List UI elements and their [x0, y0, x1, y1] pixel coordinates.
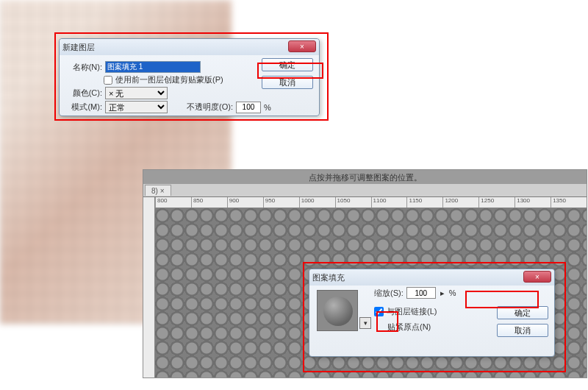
- name-label: 名称(N):: [65, 62, 102, 73]
- chevron-down-icon: ▾: [364, 319, 368, 327]
- close-icon: ×: [300, 43, 304, 51]
- opacity-label: 不透明度(O):: [187, 102, 233, 113]
- scale-label: 缩放(S):: [374, 288, 404, 299]
- ok-label: 确定: [279, 60, 295, 71]
- ruler-mark: 1250: [478, 197, 514, 208]
- ruler-horizontal: 800 850 900 950 1000 1050 1100 1150 1200…: [155, 197, 587, 208]
- snap-origin-label: 贴紧原点(N): [387, 322, 431, 333]
- scale-input[interactable]: [406, 287, 436, 299]
- scale-unit: %: [449, 288, 456, 297]
- mode-select[interactable]: 正常: [105, 101, 168, 113]
- ruler-mark: 800: [155, 197, 191, 208]
- document-tab[interactable]: 8) ×: [145, 185, 171, 196]
- opacity-input[interactable]: [236, 102, 261, 113]
- dialog-title: 图案填充: [312, 272, 345, 283]
- document-tabbar: 8) ×: [143, 184, 587, 197]
- mode-label: 模式(M):: [65, 102, 102, 113]
- ruler-mark: 1200: [442, 197, 478, 208]
- ok-button[interactable]: 确定: [262, 58, 313, 71]
- pattern-fill-dialog: 图案填充 × ▾ 缩放(S): ▸ % 与图层链接(L) 贴紧原点(N): [309, 269, 555, 357]
- link-checkbox[interactable]: [374, 307, 384, 316]
- ruler-mark: 1150: [406, 197, 442, 208]
- dialog-titlebar[interactable]: 新建图层 ×: [60, 39, 319, 55]
- ruler-mark: 1100: [371, 197, 407, 208]
- link-checkbox-label: 与图层链接(L): [387, 306, 437, 317]
- new-layer-dialog: 新建图层 × 名称(N): 使用前一图层创建剪贴蒙版(P) 颜色(C): × 无…: [59, 38, 320, 116]
- ruler-mark: 950: [263, 197, 299, 208]
- ruler-mark: 1050: [335, 197, 371, 208]
- ruler-mark: 1300: [514, 197, 551, 208]
- clip-checkbox[interactable]: [104, 76, 112, 85]
- dialog-title: 新建图层: [62, 42, 95, 53]
- ok-button[interactable]: 确定: [497, 306, 548, 319]
- ruler-mark: 850: [191, 197, 227, 208]
- cancel-button[interactable]: 取消: [262, 76, 313, 89]
- ruler-mark: 1350: [551, 197, 587, 208]
- cancel-label: 取消: [279, 77, 295, 88]
- clip-checkbox-label: 使用前一图层创建剪贴蒙版(P): [115, 74, 223, 85]
- close-icon: ×: [535, 273, 539, 281]
- ruler-vertical: [143, 197, 155, 377]
- pattern-preview-icon: [323, 297, 353, 326]
- opacity-unit: %: [264, 103, 271, 112]
- cancel-button[interactable]: 取消: [497, 324, 548, 337]
- ok-label: 确定: [514, 308, 531, 319]
- color-select[interactable]: × 无: [105, 87, 168, 99]
- cancel-label: 取消: [514, 325, 531, 336]
- close-button[interactable]: ×: [523, 271, 551, 283]
- pattern-dropdown-button[interactable]: ▾: [359, 317, 371, 329]
- color-label: 颜色(C):: [65, 88, 102, 99]
- canvas-hint: 点按并拖移可调整图案的位置。: [143, 172, 587, 183]
- tab-label: 8) ×: [151, 187, 165, 195]
- ruler-mark: 1000: [299, 197, 335, 208]
- dialog-titlebar[interactable]: 图案填充 ×: [309, 269, 554, 286]
- ruler-mark: 900: [227, 197, 263, 208]
- close-button[interactable]: ×: [288, 40, 316, 52]
- name-input[interactable]: [105, 61, 201, 73]
- pattern-swatch[interactable]: [317, 290, 358, 331]
- scale-dropdown-icon[interactable]: ▸: [439, 288, 446, 298]
